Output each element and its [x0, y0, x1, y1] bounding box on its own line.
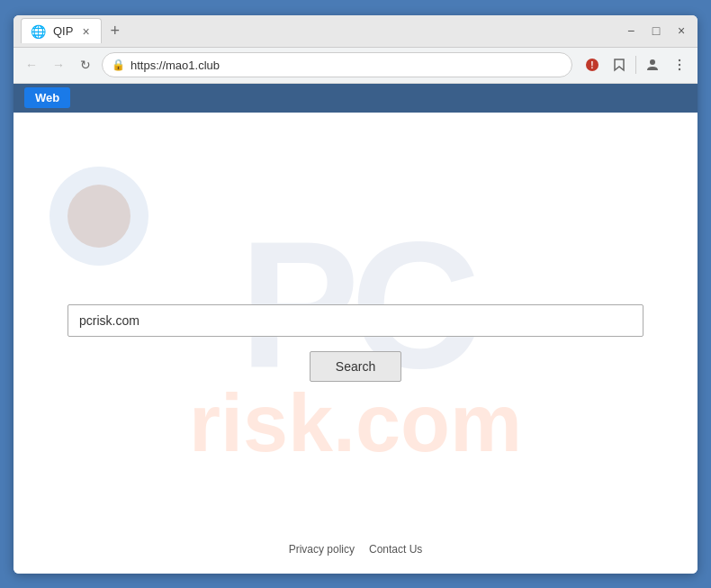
maximize-button[interactable]: □	[647, 23, 665, 38]
title-bar: 🌐 QIP × + − □ ×	[14, 15, 698, 48]
profile-icon[interactable]	[642, 54, 663, 76]
minimize-button[interactable]: −	[622, 23, 640, 38]
watermark-risk-text: risk.com	[189, 377, 522, 470]
browser-tab[interactable]: 🌐 QIP ×	[21, 18, 102, 43]
browser-window: 🌐 QIP × + − □ × ← → ↻ 🔒 https://mao1.clu…	[14, 15, 698, 574]
footer-links: Privacy policy Contact Us	[289, 543, 423, 556]
svg-point-4	[679, 59, 680, 61]
extension-icon[interactable]: !	[581, 54, 603, 76]
toolbar-separator	[635, 56, 636, 74]
privacy-policy-link[interactable]: Privacy policy	[289, 543, 355, 556]
reload-button[interactable]: ↻	[75, 54, 96, 76]
lock-icon: 🔒	[112, 59, 125, 71]
toolbar-icons: !	[581, 54, 690, 76]
tab-title: QIP	[53, 24, 73, 38]
forward-arrow-icon: →	[52, 58, 65, 72]
menu-icon[interactable]	[669, 54, 690, 76]
close-window-button[interactable]: ×	[672, 23, 690, 38]
tab-area: 🌐 QIP × +	[21, 18, 622, 43]
contact-us-link[interactable]: Contact Us	[369, 543, 422, 556]
search-button[interactable]: Search	[310, 351, 401, 382]
search-input-wrapper[interactable]	[68, 304, 644, 337]
reload-icon: ↻	[80, 58, 91, 72]
window-controls: − □ ×	[622, 23, 690, 38]
url-bar[interactable]: 🔒 https://mao1.club	[102, 52, 572, 77]
svg-marker-2	[615, 59, 624, 70]
search-input[interactable]	[79, 313, 632, 328]
watermark-logo	[50, 167, 148, 266]
forward-button[interactable]: →	[48, 54, 69, 76]
tab-favicon-icon: 🌐	[31, 24, 46, 39]
tab-close-button[interactable]: ×	[80, 24, 91, 39]
back-arrow-icon: ←	[25, 58, 38, 72]
search-area: Search	[14, 304, 698, 382]
svg-point-5	[679, 64, 680, 66]
url-text: https://mao1.club	[130, 59, 562, 72]
bookmark-icon[interactable]	[608, 54, 630, 76]
page-content: PC risk.com Search Privacy policy Contac…	[14, 113, 698, 574]
svg-point-6	[679, 68, 680, 70]
address-bar: ← → ↻ 🔒 https://mao1.club !	[14, 48, 698, 84]
watermark-logo-inner	[68, 185, 130, 248]
svg-text:!: !	[590, 60, 593, 70]
new-tab-button[interactable]: +	[107, 22, 124, 41]
svg-point-3	[650, 59, 655, 65]
nav-strip-web-item[interactable]: Web	[24, 87, 70, 108]
back-button[interactable]: ←	[21, 54, 42, 76]
nav-strip: Web	[14, 84, 698, 113]
